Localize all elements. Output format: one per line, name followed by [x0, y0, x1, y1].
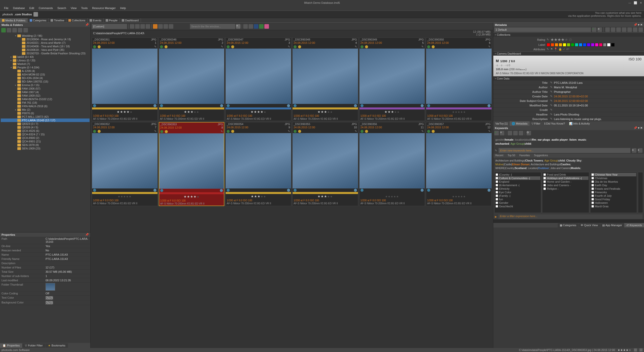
maximize-icon[interactable]: ⬜	[634, 1, 637, 5]
keyword-list-item[interactable]: Good Friday	[591, 198, 636, 201]
tree-item[interactable]: PCT-MILL-13872 (42)	[1, 115, 90, 119]
keyword-suggestions[interactable]: Architecture and Buildings|Clock Towers;…	[493, 158, 644, 171]
search-clear-button[interactable]: ✕	[236, 24, 240, 29]
layout-combo[interactable]: [Custom]	[92, 24, 127, 29]
tab-dashboard[interactable]: Dashboard	[120, 18, 141, 22]
tool-button-4[interactable]	[633, 27, 637, 32]
core-data-row[interactable]: Description✎Lara listening to music usin…	[493, 117, 644, 121]
keyword-list-item[interactable]: |Entertainment -|	[495, 183, 540, 187]
tool-button-2[interactable]	[622, 27, 626, 32]
tag-icon[interactable]: 🏷	[566, 48, 569, 51]
tree-item[interactable]: PTC-LARA-15143 (12 / 17)	[1, 119, 90, 122]
stack-button[interactable]	[158, 24, 163, 29]
view-button-2[interactable]	[135, 24, 140, 29]
flag-icon[interactable]: ⚑	[550, 48, 553, 51]
breadcrumb-path[interactable]: C:\data\imdata\People\PTC-LARA-15143\	[93, 32, 144, 35]
thumbnail-cell[interactable]: _DSC890349JPG 24.08.2015 12:005 ✎ ★★★★★ …	[359, 37, 425, 121]
tree-item[interactable]: Market (7)	[1, 62, 90, 66]
add-folder-button[interactable]	[1, 28, 6, 32]
keyword-list-item[interactable]: Halloween	[591, 201, 636, 205]
thumbnail-cell[interactable]: _DSC890350JPG 24.08.2015 12:006 ✎ ★★★★★ …	[426, 37, 492, 121]
core-data-row[interactable]: Author Title✎Photographer	[493, 90, 644, 94]
thumbnail-cell[interactable]: _DSC890351JPG 24.08.2015 12:001 ✎ ★★★★★ …	[92, 37, 158, 121]
refresh-button[interactable]	[7, 28, 11, 32]
label-color-swatches[interactable]	[547, 43, 615, 47]
tab-media-folders[interactable]: Media & Folders	[0, 18, 28, 22]
tree-item[interactable]: Q8326 (4 / 5)	[1, 126, 90, 129]
tab-timeline[interactable]: Timeline	[49, 18, 66, 22]
close-icon[interactable]: ✕	[640, 23, 642, 26]
thumbnail-cell[interactable]: _DSC890352JPG 24.08.2015 12:007 ✎ ★★★★★ …	[92, 122, 158, 206]
tree-item[interactable]: ▾Wedding (2 / 96)	[1, 34, 90, 37]
tree-item[interactable]: BD-ION-1834 (4)	[1, 76, 90, 80]
keyword-checkbox[interactable]	[591, 173, 594, 176]
section-core-data[interactable]: Core Data	[493, 76, 644, 81]
tree-item[interactable]: FAM-1906 (57)	[1, 87, 90, 90]
tree-item[interactable]: ▸Library (0 / 20)	[1, 59, 90, 62]
tree-item[interactable]: FAM-1907 (4)	[1, 90, 90, 94]
tree-item[interactable]: FRN-WALK-2918 (6)	[1, 104, 90, 108]
tree-item[interactable]: P8876 (6)	[1, 111, 90, 115]
copy-button[interactable]	[605, 27, 610, 32]
thumbnail-cell[interactable]: _DSC890346JPG 24.08.2015 12:002 ✎ ★★★★★ …	[159, 37, 225, 121]
kw-nav-prev[interactable]: ◂	[632, 148, 636, 153]
keyword-checkbox[interactable]	[591, 191, 594, 193]
attribute-icons[interactable]: ⚑ 📍 🔒 ✓ 🏷	[550, 48, 569, 51]
keyword-column[interactable]: Chinese New YearChristmasDia de los Muer…	[590, 172, 637, 213]
tree-item[interactable]: ▾People (0 / 4.034)	[1, 66, 90, 69]
tool-button-5[interactable]	[638, 27, 643, 32]
keyword-list-item[interactable]: Religion -	[543, 187, 588, 190]
keyword-checkbox[interactable]	[496, 194, 498, 197]
menu-edit[interactable]: Edit	[27, 6, 36, 10]
close-icon[interactable]: ✕	[640, 126, 642, 129]
tab-suggestions[interactable]: Suggestions	[532, 154, 550, 158]
thumbnail-grid[interactable]: _DSC890351JPG 24.08.2015 12:001 ✎ ★★★★★ …	[91, 36, 493, 348]
keyword-checkbox[interactable]	[591, 202, 594, 204]
color-swatch[interactable]	[547, 43, 550, 47]
core-data-row[interactable]: Modified Date✎05.11.2015 10:19:18+01:00	[493, 103, 644, 108]
keyword-checkbox[interactable]	[496, 177, 498, 179]
color-swatch[interactable]	[567, 43, 570, 47]
tag-button[interactable]	[153, 24, 157, 29]
tree-item[interactable]: SEN-1909 (23)	[1, 147, 90, 150]
keyword-checkbox[interactable]	[591, 194, 594, 197]
keyword-column[interactable]: |Country -|Culture & Communities -|Engla…	[494, 172, 541, 213]
color-swatch[interactable]	[555, 43, 558, 47]
tab-categories[interactable]: Categories	[28, 18, 49, 22]
sort-button[interactable]	[146, 24, 150, 29]
thumbnail-cell[interactable]: _DSC890357JPG 24.08.2015 12:0012 ✎ ★★★★★…	[426, 122, 492, 206]
tab-properties[interactable]: 📋Properties	[0, 343, 22, 348]
section-camera-dashboard[interactable]: Camera Dashboard	[493, 51, 644, 56]
core-data-row[interactable]: Author✎Mario M. Westphal	[493, 85, 644, 90]
menu-commands[interactable]: Commands	[37, 6, 55, 10]
lock-icon[interactable]: 🔒	[558, 48, 562, 51]
keyword-list-item[interactable]: England	[495, 180, 540, 183]
thumbnail-cell[interactable]: _DSC890354JPG 24.08.2015 12:009 ✎ ★★★★★ …	[225, 122, 291, 206]
kw-tool-3[interactable]	[519, 131, 523, 135]
tool-button-3[interactable]	[627, 27, 632, 32]
sb-tab-keywords[interactable]: 🏷Keywords	[624, 223, 644, 227]
menu-search[interactable]: Search	[55, 6, 68, 10]
tree-item[interactable]: 20130904 - Rose and Jeremy (4 / 8)	[1, 37, 90, 41]
color-swatch[interactable]	[603, 43, 607, 47]
tree-item[interactable]: ▸Emma (0 / 15)	[1, 83, 90, 87]
thumbnail-cell[interactable]: _DSC890356JPG 24.08.2015 12:0011 ✎ ★★★★★…	[359, 122, 425, 206]
sb-tab-appmanager[interactable]: ▤App Manager	[600, 223, 624, 227]
tree-item[interactable]: 20140321 - Anna and Martin (7)	[1, 41, 90, 45]
tab-bookmarks[interactable]: ★Bookmarks	[46, 343, 68, 348]
kw-apply-button[interactable]: ✔	[494, 131, 499, 135]
color-swatch[interactable]	[579, 43, 582, 47]
tab-filter[interactable]: ▽Filter	[530, 121, 542, 126]
view-button-1[interactable]	[130, 24, 134, 29]
home-button[interactable]	[12, 28, 17, 32]
keyword-list-item[interactable]: Holidays and Celebrations -|	[543, 176, 588, 180]
tab-favorites[interactable]: Favorites	[517, 154, 532, 158]
core-data-row[interactable]: Headline✎Lara Photo Shooting	[493, 112, 644, 117]
keyword-list-item[interactable]: Ethnicity	[495, 187, 540, 190]
tree-item[interactable]: ASH-MOM-02 (15)	[1, 73, 90, 76]
keyword-checkbox[interactable]	[496, 180, 498, 183]
status-icon-1[interactable]	[634, 348, 637, 351]
kw-tool-1[interactable]	[508, 131, 512, 135]
app-button-2[interactable]	[249, 24, 253, 29]
keyword-checkbox[interactable]	[496, 184, 498, 186]
